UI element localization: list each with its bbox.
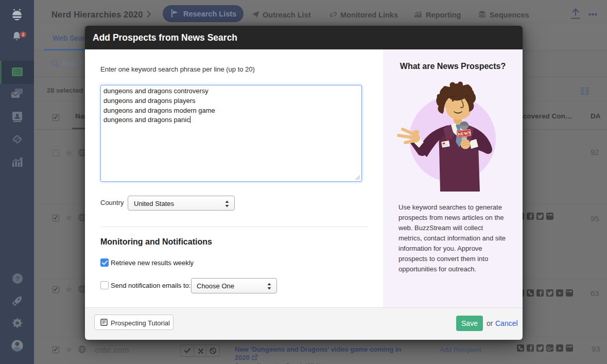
svg-text:?: ? <box>15 275 20 283</box>
